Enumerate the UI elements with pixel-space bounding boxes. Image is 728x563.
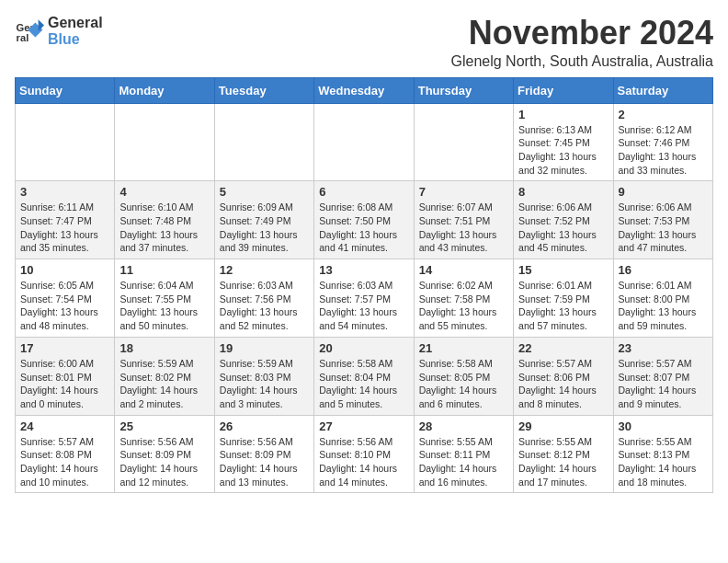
day-number: 3 — [20, 185, 109, 199]
day-number: 16 — [619, 263, 708, 277]
calendar-cell-w2-d3: 6Sunrise: 6:08 AM Sunset: 7:50 PM Daylig… — [314, 181, 414, 259]
calendar-cell-w3-d2: 12Sunrise: 6:03 AM Sunset: 7:56 PM Dayli… — [214, 259, 313, 338]
logo-text: General Blue — [48, 15, 103, 47]
page-header: Gene ral General Blue November 2024 Glen… — [15, 15, 713, 70]
day-number: 24 — [20, 419, 109, 433]
day-info: Sunrise: 5:55 AM Sunset: 8:12 PM Dayligh… — [518, 435, 608, 489]
day-number: 22 — [518, 341, 608, 355]
day-info: Sunrise: 5:57 AM Sunset: 8:06 PM Dayligh… — [518, 357, 608, 411]
calendar-week-4: 17Sunrise: 6:00 AM Sunset: 8:01 PM Dayli… — [16, 337, 713, 415]
day-number: 27 — [319, 419, 408, 433]
calendar-cell-w2-d4: 7Sunrise: 6:07 AM Sunset: 7:51 PM Daylig… — [414, 181, 513, 259]
col-saturday: Saturday — [613, 77, 712, 103]
calendar-cell-w5-d6: 30Sunrise: 5:55 AM Sunset: 8:13 PM Dayli… — [613, 415, 712, 493]
calendar-cell-w1-d1 — [115, 103, 214, 181]
col-monday: Monday — [115, 77, 214, 103]
calendar-cell-w2-d0: 3Sunrise: 6:11 AM Sunset: 7:47 PM Daylig… — [16, 181, 115, 259]
calendar-week-3: 10Sunrise: 6:05 AM Sunset: 7:54 PM Dayli… — [16, 259, 713, 338]
day-number: 6 — [319, 185, 408, 199]
day-number: 8 — [518, 185, 608, 199]
day-number: 15 — [518, 263, 608, 277]
day-number: 25 — [119, 419, 209, 433]
calendar-cell-w3-d3: 13Sunrise: 6:03 AM Sunset: 7:57 PM Dayli… — [314, 259, 414, 338]
col-friday: Friday — [514, 77, 613, 103]
day-info: Sunrise: 6:04 AM Sunset: 7:55 PM Dayligh… — [119, 279, 209, 333]
calendar-cell-w5-d1: 25Sunrise: 5:56 AM Sunset: 8:09 PM Dayli… — [115, 415, 214, 493]
calendar-cell-w1-d5: 1Sunrise: 6:13 AM Sunset: 7:45 PM Daylig… — [514, 103, 613, 181]
title-block: November 2024 Glenelg North, South Austr… — [451, 15, 714, 70]
calendar-cell-w4-d2: 19Sunrise: 5:59 AM Sunset: 8:03 PM Dayli… — [214, 337, 313, 415]
day-info: Sunrise: 6:06 AM Sunset: 7:52 PM Dayligh… — [518, 201, 608, 255]
day-info: Sunrise: 5:59 AM Sunset: 8:02 PM Dayligh… — [119, 357, 209, 411]
col-tuesday: Tuesday — [214, 77, 313, 103]
calendar-cell-w1-d3 — [314, 103, 414, 181]
day-number: 21 — [419, 341, 508, 355]
day-number: 14 — [419, 263, 508, 277]
month-title: November 2024 — [451, 15, 714, 52]
calendar-cell-w5-d2: 26Sunrise: 5:56 AM Sunset: 8:09 PM Dayli… — [214, 415, 313, 493]
day-info: Sunrise: 5:59 AM Sunset: 8:03 PM Dayligh… — [220, 357, 309, 411]
calendar-cell-w2-d1: 4Sunrise: 6:10 AM Sunset: 7:48 PM Daylig… — [115, 181, 214, 259]
logo: Gene ral General Blue — [15, 15, 103, 47]
day-info: Sunrise: 6:03 AM Sunset: 7:57 PM Dayligh… — [319, 279, 408, 333]
day-number: 10 — [20, 263, 109, 277]
logo-icon: Gene ral — [15, 17, 44, 46]
day-info: Sunrise: 5:55 AM Sunset: 8:13 PM Dayligh… — [619, 435, 708, 489]
calendar-cell-w5-d0: 24Sunrise: 5:57 AM Sunset: 8:08 PM Dayli… — [16, 415, 115, 493]
col-sunday: Sunday — [16, 77, 115, 103]
calendar-cell-w1-d4 — [414, 103, 513, 181]
calendar-week-5: 24Sunrise: 5:57 AM Sunset: 8:08 PM Dayli… — [16, 415, 713, 493]
day-number: 11 — [119, 263, 209, 277]
day-info: Sunrise: 6:03 AM Sunset: 7:56 PM Dayligh… — [220, 279, 309, 333]
calendar-week-1: 1Sunrise: 6:13 AM Sunset: 7:45 PM Daylig… — [16, 103, 713, 181]
calendar-cell-w3-d1: 11Sunrise: 6:04 AM Sunset: 7:55 PM Dayli… — [115, 259, 214, 338]
logo-blue: Blue — [48, 31, 103, 48]
calendar-cell-w1-d6: 2Sunrise: 6:12 AM Sunset: 7:46 PM Daylig… — [613, 103, 712, 181]
day-number: 20 — [319, 341, 408, 355]
day-number: 2 — [619, 108, 708, 121]
calendar-cell-w4-d1: 18Sunrise: 5:59 AM Sunset: 8:02 PM Dayli… — [115, 337, 214, 415]
day-number: 23 — [619, 341, 708, 355]
day-info: Sunrise: 6:09 AM Sunset: 7:49 PM Dayligh… — [220, 201, 309, 255]
day-info: Sunrise: 5:56 AM Sunset: 8:10 PM Dayligh… — [319, 435, 408, 489]
day-number: 28 — [419, 419, 508, 433]
day-number: 18 — [119, 341, 209, 355]
day-number: 30 — [619, 419, 708, 433]
day-number: 26 — [220, 419, 309, 433]
day-number: 12 — [220, 263, 309, 277]
location-subtitle: Glenelg North, South Australia, Australi… — [451, 53, 714, 70]
calendar-cell-w1-d0 — [16, 103, 115, 181]
day-info: Sunrise: 5:57 AM Sunset: 8:07 PM Dayligh… — [619, 357, 708, 411]
calendar-cell-w3-d5: 15Sunrise: 6:01 AM Sunset: 7:59 PM Dayli… — [514, 259, 613, 338]
day-info: Sunrise: 6:07 AM Sunset: 7:51 PM Dayligh… — [419, 201, 508, 255]
calendar-cell-w3-d4: 14Sunrise: 6:02 AM Sunset: 7:58 PM Dayli… — [414, 259, 513, 338]
calendar-header-row: Sunday Monday Tuesday Wednesday Thursday… — [16, 77, 713, 103]
day-info: Sunrise: 6:05 AM Sunset: 7:54 PM Dayligh… — [20, 279, 109, 333]
day-info: Sunrise: 5:56 AM Sunset: 8:09 PM Dayligh… — [220, 435, 309, 489]
day-number: 4 — [119, 185, 209, 199]
day-number: 9 — [619, 185, 708, 199]
day-info: Sunrise: 6:02 AM Sunset: 7:58 PM Dayligh… — [419, 279, 508, 333]
day-number: 29 — [518, 419, 608, 433]
day-info: Sunrise: 5:56 AM Sunset: 8:09 PM Dayligh… — [119, 435, 209, 489]
day-info: Sunrise: 6:10 AM Sunset: 7:48 PM Dayligh… — [119, 201, 209, 255]
day-info: Sunrise: 6:06 AM Sunset: 7:53 PM Dayligh… — [619, 201, 708, 255]
calendar-cell-w4-d0: 17Sunrise: 6:00 AM Sunset: 8:01 PM Dayli… — [16, 337, 115, 415]
calendar-cell-w3-d0: 10Sunrise: 6:05 AM Sunset: 7:54 PM Dayli… — [16, 259, 115, 338]
calendar-cell-w2-d2: 5Sunrise: 6:09 AM Sunset: 7:49 PM Daylig… — [214, 181, 313, 259]
calendar-cell-w5-d3: 27Sunrise: 5:56 AM Sunset: 8:10 PM Dayli… — [314, 415, 414, 493]
calendar-cell-w3-d6: 16Sunrise: 6:01 AM Sunset: 8:00 PM Dayli… — [613, 259, 712, 338]
day-number: 13 — [319, 263, 408, 277]
day-info: Sunrise: 6:12 AM Sunset: 7:46 PM Dayligh… — [619, 123, 708, 178]
calendar-cell-w1-d2 — [214, 103, 313, 181]
day-info: Sunrise: 5:57 AM Sunset: 8:08 PM Dayligh… — [20, 435, 109, 489]
day-info: Sunrise: 6:00 AM Sunset: 8:01 PM Dayligh… — [20, 357, 109, 411]
calendar-cell-w2-d5: 8Sunrise: 6:06 AM Sunset: 7:52 PM Daylig… — [514, 181, 613, 259]
day-info: Sunrise: 6:01 AM Sunset: 8:00 PM Dayligh… — [619, 279, 708, 333]
day-info: Sunrise: 5:58 AM Sunset: 8:04 PM Dayligh… — [319, 357, 408, 411]
calendar-cell-w5-d5: 29Sunrise: 5:55 AM Sunset: 8:12 PM Dayli… — [514, 415, 613, 493]
col-wednesday: Wednesday — [314, 77, 414, 103]
calendar-table: Sunday Monday Tuesday Wednesday Thursday… — [15, 77, 713, 494]
day-info: Sunrise: 6:08 AM Sunset: 7:50 PM Dayligh… — [319, 201, 408, 255]
day-info: Sunrise: 6:01 AM Sunset: 7:59 PM Dayligh… — [518, 279, 608, 333]
